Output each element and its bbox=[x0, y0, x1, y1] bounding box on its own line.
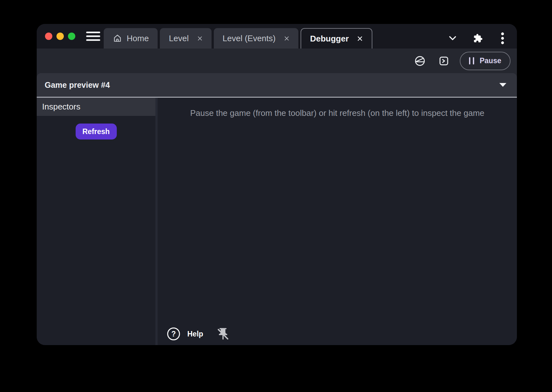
debugger-content: Inspectors Refresh Pause the game (from … bbox=[37, 98, 517, 345]
debugger-toolbar-section: Pause Game preview #4 bbox=[37, 49, 517, 97]
help-button-label[interactable]: Help bbox=[187, 330, 203, 338]
console-icon[interactable] bbox=[436, 53, 451, 69]
tab-level[interactable]: Level bbox=[160, 28, 211, 49]
chevron-down-icon[interactable] bbox=[446, 24, 459, 52]
unpin-icon[interactable] bbox=[216, 327, 230, 341]
tab-debugger[interactable]: Debugger bbox=[301, 28, 372, 49]
puzzle-extension-icon[interactable] bbox=[471, 24, 485, 52]
pause-icon bbox=[469, 57, 474, 64]
help-icon[interactable]: ? bbox=[167, 328, 180, 340]
tab-bar: Home Level Level (Events) Debugger bbox=[104, 28, 372, 49]
pause-button-label: Pause bbox=[480, 57, 501, 65]
debugger-toolbar: Pause bbox=[37, 49, 517, 73]
window-minimize-button[interactable] bbox=[56, 33, 64, 40]
pause-button[interactable]: Pause bbox=[460, 52, 511, 70]
hamburger-menu-icon[interactable] bbox=[86, 32, 100, 41]
refresh-button[interactable]: Refresh bbox=[76, 124, 117, 139]
empty-state-message: Pause the game (from the toolbar) or hit… bbox=[158, 98, 517, 118]
game-preview-title: Game preview #4 bbox=[45, 80, 110, 90]
window-close-button[interactable] bbox=[45, 33, 52, 40]
inspector-main-panel: Pause the game (from the toolbar) or hit… bbox=[158, 98, 517, 345]
window-zoom-button[interactable] bbox=[68, 33, 75, 40]
help-row: ? Help bbox=[167, 327, 230, 341]
profiler-gauge-icon[interactable] bbox=[412, 53, 428, 69]
tab-level-events[interactable]: Level (Events) bbox=[214, 28, 298, 49]
dropdown-caret-icon bbox=[499, 83, 506, 87]
help-glyph: ? bbox=[171, 330, 176, 338]
tab-label: Debugger bbox=[310, 34, 349, 44]
tab-home[interactable]: Home bbox=[104, 28, 158, 49]
kebab-menu-icon[interactable] bbox=[499, 24, 506, 52]
home-icon bbox=[113, 34, 122, 43]
panel-resize-divider[interactable] bbox=[155, 98, 158, 345]
title-bar: Home Level Level (Events) Debugger bbox=[37, 24, 517, 49]
close-icon[interactable] bbox=[357, 36, 363, 41]
inspectors-sidebar: Inspectors Refresh bbox=[37, 98, 155, 345]
tab-label: Level bbox=[169, 34, 189, 43]
inspectors-header: Inspectors bbox=[37, 98, 155, 116]
game-preview-selector[interactable]: Game preview #4 bbox=[37, 73, 517, 97]
tab-label: Level (Events) bbox=[223, 34, 276, 43]
close-icon[interactable] bbox=[284, 36, 289, 41]
app-window: Home Level Level (Events) Debugger bbox=[37, 24, 517, 345]
close-icon[interactable] bbox=[197, 36, 203, 41]
tab-label: Home bbox=[127, 34, 149, 43]
